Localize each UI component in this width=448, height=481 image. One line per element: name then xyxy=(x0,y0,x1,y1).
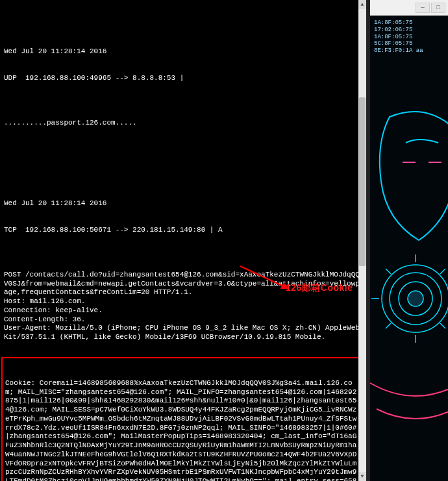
cookie-highlight-box: Cookie: Coremail=1468985609688%xAaxoaTke… xyxy=(1,357,362,481)
http-request-headers: POST /contacts/call.do?uid=zhangsantest6… xyxy=(4,271,360,342)
svg-line-10 xyxy=(440,269,445,274)
packet-capture-terminal: Wed Jul 20 11:28:14 2016 UDP 192.168.88.… xyxy=(0,0,364,481)
secondary-window: — □ 1A:8F:05:75 17:02:06:75 1A:8F:05:75 … xyxy=(370,0,448,481)
scroll-down-button[interactable]: ▼ xyxy=(358,472,366,481)
scroll-up-button[interactable]: ▲ xyxy=(358,0,366,9)
hex-readout: 1A:8F:05:75 17:02:06:75 1A:8F:05:75 5C:8… xyxy=(370,16,448,58)
packet-block-tcp-1: Wed Jul 20 11:28:14 2016 TCP 192.168.88.… xyxy=(4,181,360,481)
maximize-button[interactable]: □ xyxy=(431,3,445,13)
timestamp: Wed Jul 20 11:28:14 2016 xyxy=(4,47,360,56)
svg-line-12 xyxy=(440,323,445,328)
annotation-label: 126邮箱Cookie xyxy=(286,282,353,294)
svg-point-4 xyxy=(408,291,423,306)
futuristic-hud-graphic xyxy=(351,104,448,467)
minimize-button[interactable]: — xyxy=(416,3,430,13)
tcp-flow-line: TCP 192.168.88.100:50671 --> 220.181.15.… xyxy=(4,226,360,235)
timestamp: Wed Jul 20 11:28:14 2016 xyxy=(4,199,360,208)
svg-line-11 xyxy=(386,323,391,328)
cookie-header: Cookie: Coremail=1468985609688%xAaxoaTke… xyxy=(3,378,361,481)
dns-payload: ..........passport.126.com..... xyxy=(4,119,360,128)
svg-line-9 xyxy=(386,269,391,274)
udp-flow-line: UDP 192.168.88.100:49965 --> 8.8.8.8:53 … xyxy=(4,74,360,83)
window-titlebar[interactable]: — □ xyxy=(370,0,448,16)
packet-block-udp: Wed Jul 20 11:28:14 2016 UDP 192.168.88.… xyxy=(4,29,360,145)
